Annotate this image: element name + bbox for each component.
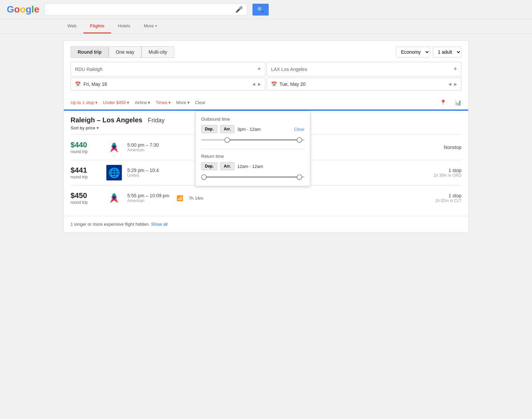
next-return-date-icon[interactable]: ▶	[454, 82, 457, 87]
tab-more[interactable]: More ▾	[137, 19, 164, 33]
flight-time-range: 5:55 pm – 10:09 pm	[127, 193, 171, 198]
sort-by-price[interactable]: Sort by price	[71, 125, 95, 130]
chevron-down-icon: ▾	[187, 100, 190, 105]
return-slider[interactable]	[201, 174, 304, 180]
bar-chart-icon[interactable]: 📊	[455, 99, 461, 106]
times-filter[interactable]: Times ▾	[156, 100, 171, 105]
airline-filter[interactable]: Airline ▾	[135, 100, 150, 105]
header: Google 🎤 🔍	[0, 0, 532, 19]
show-all-link[interactable]: Show all	[151, 222, 168, 227]
calendar-icon: 📅	[271, 81, 277, 87]
plus-icon: +	[453, 66, 457, 73]
svg-point-1	[112, 194, 116, 196]
adults-select[interactable]: 1 adult	[433, 47, 461, 57]
filter-bar: Up to 1 stop ▾ Under $450 ▾ Airline ▾ Ti…	[64, 96, 468, 109]
outbound-section: Outbound time Dep. Arr. 3pm - 12am Clear	[201, 117, 304, 143]
return-arr-button[interactable]: Arr.	[220, 162, 235, 170]
flight-times-col: 5:00 pm – 7:30 American	[127, 142, 171, 152]
one-way-button[interactable]: One way	[109, 46, 141, 58]
chevron-down-icon[interactable]: ▾	[97, 125, 99, 130]
search-input[interactable]	[49, 6, 233, 13]
results-date: Friday	[148, 117, 165, 124]
prev-date-icon[interactable]: ◀	[252, 82, 255, 87]
price-filter[interactable]: Under $450 ▾	[103, 100, 129, 105]
times-dropdown: Outbound time Dep. Arr. 3pm - 12am Clear…	[195, 111, 310, 186]
results-title: Raleigh – Los Angeles	[71, 116, 142, 124]
return-date-input[interactable]: 📅 Tue, May 20 ◀ ▶	[267, 78, 461, 91]
return-title: Return time	[201, 154, 304, 159]
flight-time-range: 5:29 pm – 10:4	[127, 168, 171, 173]
next-date-icon[interactable]: ▶	[258, 82, 261, 87]
origin-input[interactable]: RDU Raleigh +	[71, 62, 265, 76]
divider	[201, 149, 304, 149]
mic-icon[interactable]: 🎤	[235, 6, 243, 13]
stops-filter[interactable]: Up to 1 stop ▾	[71, 100, 98, 105]
depart-date-input[interactable]: 📅 Fri, May 16 ◀ ▶	[71, 78, 265, 91]
plus-icon: +	[257, 66, 261, 73]
slider-thumb-left[interactable]	[201, 174, 207, 180]
slider-fill	[227, 139, 299, 141]
return-time-range: 12am - 12am	[237, 164, 304, 169]
flight-price: $441 round trip	[71, 166, 101, 179]
search-button[interactable]: 🔍	[252, 4, 269, 16]
united-globe-icon: 🌐	[108, 167, 120, 178]
airline-name: United	[127, 173, 171, 178]
results-area: Raleigh – Los Angeles Friday Sort by pri…	[64, 111, 468, 216]
airline-logo-united: 🌐	[106, 165, 122, 180]
outbound-dep-arr-row: Dep. Arr. 3pm - 12am Clear	[201, 125, 304, 133]
flight-times-col: 5:55 pm – 10:09 pm American	[127, 193, 171, 203]
destination-input[interactable]: LAX Los Angeles +	[267, 62, 461, 76]
return-section: Return time Dep. Arr. 12am - 12am	[201, 154, 304, 180]
outbound-arr-button[interactable]: Arr.	[220, 125, 235, 133]
flight-time-range: 5:00 pm – 7:30	[127, 142, 171, 148]
flight-stops: 1 stop 1h 30m in ORD	[433, 168, 461, 178]
flight-times-col: 5:29 pm – 10:4 United	[127, 168, 171, 178]
chevron-down-icon: ▾	[95, 100, 98, 105]
flight-price: $450 round trip	[71, 191, 101, 205]
flight-stops: Nonstop	[444, 145, 461, 150]
results-footer: 1 longer or more expensive flight hidden…	[64, 216, 468, 232]
location-pin-icon[interactable]: 📍	[440, 99, 447, 106]
multi-city-button[interactable]: Multi-city	[141, 46, 174, 58]
outbound-dep-button[interactable]: Dep.	[201, 125, 217, 133]
cabin-select[interactable]: Economy	[396, 47, 430, 57]
airline-logo-american-2	[106, 190, 122, 206]
airline-logo-american	[106, 140, 122, 155]
chevron-down-icon: ▾	[155, 24, 157, 28]
outbound-clear-button[interactable]: Clear	[294, 127, 304, 132]
main-content: Round trip One way Multi-city Economy 1 …	[63, 41, 469, 232]
outbound-time-range: 3pm - 12am	[237, 127, 291, 132]
search-bar: 🎤	[45, 3, 247, 16]
outbound-slider[interactable]	[201, 137, 304, 143]
return-date-nav: ◀ ▶	[448, 82, 457, 87]
return-dep-arr-row: Dep. Arr. 12am - 12am	[201, 162, 304, 170]
svg-point-0	[112, 143, 116, 146]
wifi-icon: 📶	[177, 195, 183, 201]
location-row: RDU Raleigh + LAX Los Angeles +	[71, 62, 461, 76]
nav-tabs: Web Flights Hotels More ▾	[0, 19, 532, 34]
date-row: 📅 Fri, May 16 ◀ ▶ 📅 Tue, May 20 ◀ ▶	[71, 78, 461, 91]
trip-type-selector: Round trip One way Multi-city Economy 1 …	[71, 46, 461, 58]
trip-label: round trip	[71, 175, 101, 179]
tab-flights[interactable]: Flights	[83, 19, 111, 33]
flight-price: $440 round trip	[71, 141, 101, 154]
price-amount: $441	[71, 166, 101, 175]
price-amount: $440	[71, 141, 101, 149]
depart-date-nav: ◀ ▶	[252, 82, 261, 87]
round-trip-button[interactable]: Round trip	[71, 46, 109, 58]
chevron-down-icon: ▾	[127, 100, 129, 105]
more-filter[interactable]: More ▾	[176, 100, 190, 105]
google-logo[interactable]: Google	[7, 4, 39, 15]
slider-thumb-left[interactable]	[224, 137, 230, 143]
return-dep-button[interactable]: Dep.	[201, 162, 217, 170]
chevron-down-icon: ▾	[148, 100, 150, 105]
tab-hotels[interactable]: Hotels	[111, 19, 137, 33]
tab-web[interactable]: Web	[61, 19, 83, 33]
flight-row[interactable]: $450 round trip 5:55 pm – 10:09 pm Ameri…	[71, 185, 461, 211]
prev-return-date-icon[interactable]: ◀	[448, 82, 451, 87]
slider-thumb-right[interactable]	[297, 174, 302, 180]
trip-label: round trip	[71, 200, 101, 205]
slider-thumb-right[interactable]	[297, 137, 302, 143]
clear-filter[interactable]: Clear	[195, 100, 206, 105]
flight-form: Round trip One way Multi-city Economy 1 …	[64, 41, 468, 96]
